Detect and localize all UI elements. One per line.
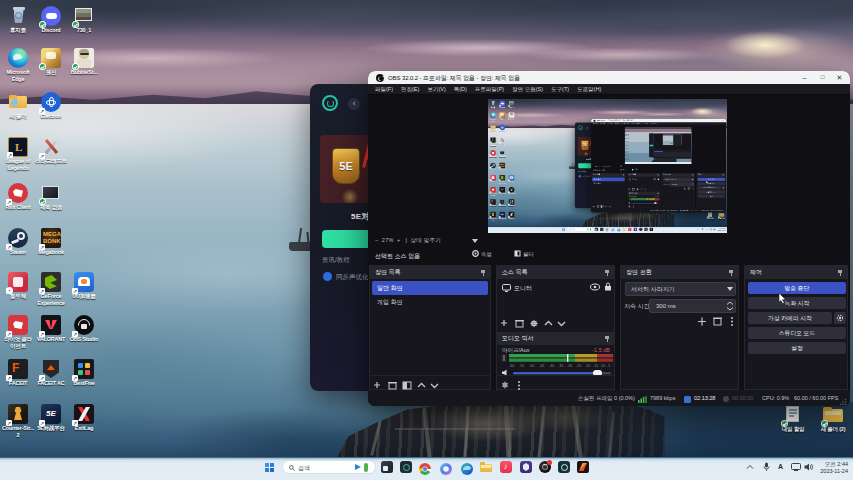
svg-text:-15: -15 bbox=[593, 364, 598, 368]
svg-text:-60: -60 bbox=[509, 364, 514, 368]
svg-text:-40: -40 bbox=[549, 364, 554, 368]
svg-text:-25: -25 bbox=[576, 364, 581, 368]
svg-text:-10: -10 bbox=[600, 364, 605, 368]
svg-text:-30: -30 bbox=[567, 364, 572, 368]
svg-text:-5: -5 bbox=[607, 364, 610, 368]
svg-text:-20: -20 bbox=[585, 364, 590, 368]
svg-text:-45: -45 bbox=[539, 364, 544, 368]
svg-text:-50: -50 bbox=[529, 364, 534, 368]
svg-text:-35: -35 bbox=[558, 364, 563, 368]
svg-text:-55: -55 bbox=[519, 364, 524, 368]
